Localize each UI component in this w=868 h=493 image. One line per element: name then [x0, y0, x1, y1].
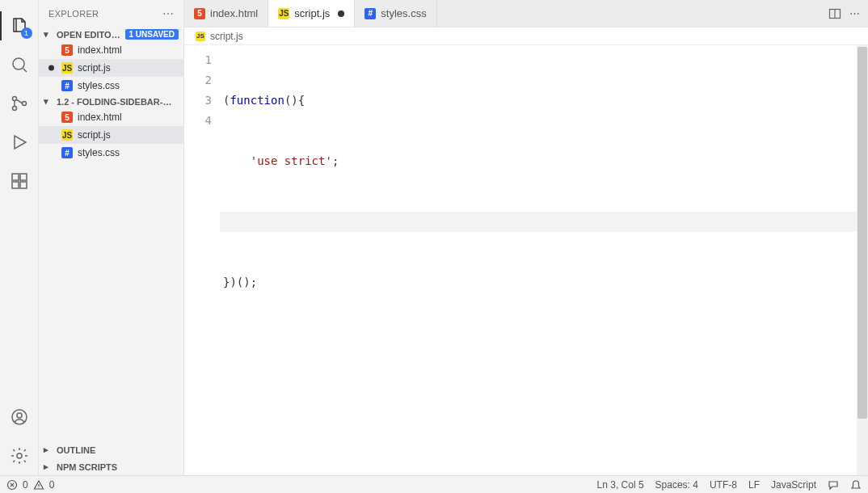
dirty-indicator-icon — [48, 65, 54, 71]
line-number: 2 — [184, 70, 212, 91]
scrollbar-thumb[interactable] — [857, 47, 867, 419]
js-file-icon: JS — [61, 129, 73, 141]
svg-point-9 — [17, 413, 22, 418]
folder-header[interactable]: ▾ 1.2 - FOLDING-SIDEBAR-… — [39, 95, 183, 108]
folder-file-item[interactable]: # styles.css — [39, 144, 183, 162]
split-editor-icon[interactable] — [828, 7, 841, 20]
file-label: styles.css — [78, 80, 120, 91]
search-icon — [10, 55, 29, 74]
chevron-down-icon: ▾ — [44, 96, 53, 107]
html-file-icon: 5 — [194, 8, 205, 19]
svg-point-0 — [13, 58, 24, 70]
folder-file-item[interactable]: JS script.js — [39, 126, 183, 144]
line-number: 4 — [184, 111, 212, 131]
activity-account[interactable] — [0, 398, 39, 436]
run-debug-icon — [10, 133, 29, 152]
breadcrumb-file: script.js — [210, 31, 243, 42]
css-file-icon: # — [61, 80, 73, 91]
editor-region: 5 index.html JS script.js # styles.css ⋯… — [184, 0, 868, 475]
chevron-right-icon: ▸ — [44, 461, 53, 472]
sidebar: EXPLORER ⋯ ▾ OPEN EDITO… 1 UNSAVED 5 ind… — [39, 0, 184, 475]
feedback-icon[interactable] — [828, 479, 839, 491]
line-number: 1 — [184, 50, 212, 70]
source-control-icon — [10, 94, 29, 113]
status-eol[interactable]: LF — [748, 479, 760, 491]
status-bar: 0 0 Ln 3, Col 5 Spaces: 4 UTF-8 LF JavaS… — [0, 475, 868, 493]
vertical-scrollbar[interactable] — [857, 45, 868, 475]
errors-icon[interactable] — [6, 479, 18, 491]
gear-icon — [10, 446, 29, 466]
activity-settings[interactable] — [0, 436, 39, 475]
activity-scm[interactable] — [0, 84, 39, 123]
sidebar-bottom: ▸ OUTLINE ▸ NPM SCRIPTS — [39, 441, 183, 475]
file-label: index.html — [78, 44, 122, 56]
chevron-right-icon: ▸ — [44, 445, 53, 455]
svg-rect-7 — [20, 174, 27, 180]
more-actions-icon[interactable]: ⋯ — [849, 7, 860, 19]
svg-point-2 — [12, 107, 16, 111]
warnings-count[interactable]: 0 — [49, 479, 55, 491]
svg-rect-6 — [20, 182, 27, 188]
open-editors-header[interactable]: ▾ OPEN EDITO… 1 UNSAVED — [39, 27, 183, 41]
css-file-icon: # — [61, 147, 73, 158]
outline-label: OUTLINE — [57, 445, 95, 455]
css-file-icon: # — [364, 8, 376, 19]
activity-search[interactable] — [0, 45, 39, 84]
tab-script-js[interactable]: JS script.js — [268, 0, 355, 27]
svg-point-10 — [17, 453, 22, 458]
file-label: script.js — [78, 62, 111, 74]
status-encoding[interactable]: UTF-8 — [710, 479, 737, 491]
tab-label: index.html — [210, 7, 258, 19]
unsaved-badge: 1 UNSAVED — [125, 29, 179, 40]
sidebar-header: EXPLORER ⋯ — [39, 0, 183, 27]
js-file-icon: JS — [61, 62, 73, 74]
sidebar-more-icon[interactable]: ⋯ — [162, 7, 174, 20]
html-file-icon: 5 — [61, 44, 73, 56]
chevron-down-icon: ▾ — [44, 29, 53, 40]
account-icon — [10, 407, 29, 427]
outline-header[interactable]: ▸ OUTLINE — [39, 441, 183, 458]
open-editor-item[interactable]: # styles.css — [39, 77, 183, 95]
open-editor-item[interactable]: 5 index.html — [39, 41, 183, 59]
tab-label: styles.css — [381, 7, 426, 19]
code-editor[interactable]: 1 2 3 4 (function(){ 'use strict'; })(); — [184, 45, 868, 475]
code-token: })(); — [223, 276, 257, 289]
activity-explorer[interactable]: 1 — [0, 6, 39, 45]
tab-styles-css[interactable]: # styles.css — [355, 0, 436, 27]
open-editor-item[interactable]: JS script.js — [39, 59, 183, 77]
file-label: styles.css — [78, 147, 120, 158]
line-number: 3 — [184, 91, 212, 111]
folder-label: 1.2 - FOLDING-SIDEBAR-… — [57, 97, 179, 107]
code-token: 'use strict' — [251, 154, 332, 167]
svg-point-1 — [12, 97, 16, 101]
folder-file-item[interactable]: 5 index.html — [39, 108, 183, 126]
html-file-icon: 5 — [61, 112, 73, 123]
code-token: ; — [332, 154, 339, 167]
notifications-icon[interactable] — [850, 479, 862, 491]
js-file-icon: JS — [278, 8, 289, 19]
activity-run[interactable] — [0, 123, 39, 162]
svg-rect-5 — [12, 182, 19, 188]
errors-count[interactable]: 0 — [23, 479, 28, 491]
npm-scripts-header[interactable]: ▸ NPM SCRIPTS — [39, 458, 183, 475]
warnings-icon[interactable] — [33, 479, 44, 491]
status-spaces[interactable]: Spaces: 4 — [655, 479, 698, 491]
activity-extensions[interactable] — [0, 162, 39, 200]
breadcrumbs[interactable]: JS script.js — [184, 27, 868, 45]
status-ln-col[interactable]: Ln 3, Col 5 — [597, 479, 644, 491]
explorer-badge: 1 — [21, 27, 32, 39]
line-gutter: 1 2 3 4 — [184, 45, 220, 475]
code-token — [223, 154, 251, 167]
sidebar-title: EXPLORER — [48, 9, 99, 19]
npm-scripts-label: NPM SCRIPTS — [57, 462, 117, 472]
extensions-icon — [10, 171, 29, 191]
activity-bar: 1 — [0, 0, 39, 475]
svg-rect-4 — [12, 174, 19, 180]
code-content[interactable]: (function(){ 'use strict'; })(); — [220, 45, 868, 475]
tab-index-html[interactable]: 5 index.html — [184, 0, 268, 27]
status-language[interactable]: JavaScript — [771, 479, 816, 491]
js-file-icon: JS — [196, 32, 205, 41]
open-editors-label: OPEN EDITO… — [57, 30, 122, 40]
tab-label: script.js — [294, 7, 330, 19]
tab-actions: ⋯ — [820, 0, 868, 27]
